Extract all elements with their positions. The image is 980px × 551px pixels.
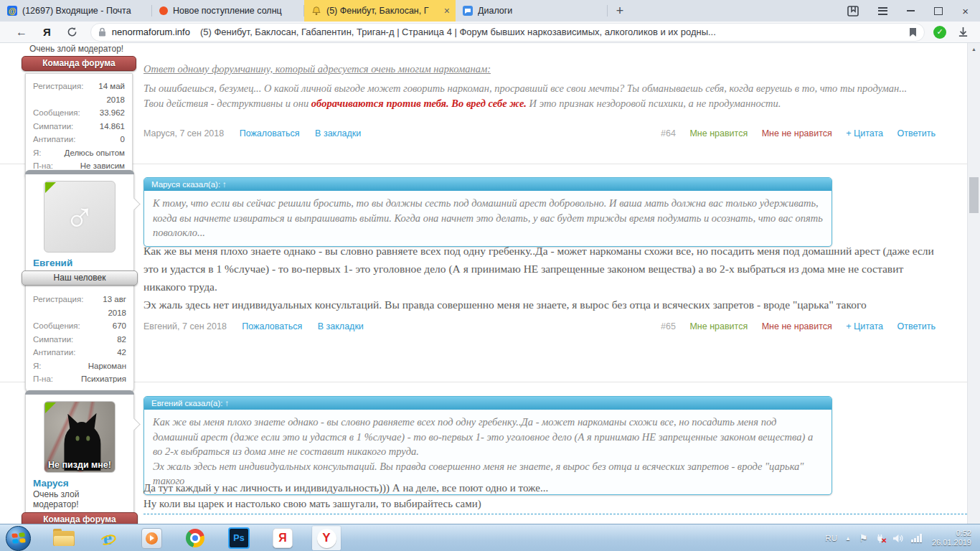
taskbar-apps: e Ps Я Y	[50, 526, 341, 550]
like-link[interactable]: Мне нравится	[689, 128, 748, 138]
volume-icon[interactable]	[892, 534, 903, 543]
internet-explorer-button[interactable]: e	[93, 526, 122, 550]
reply-link[interactable]: Ответить	[897, 128, 936, 138]
male-symbol-icon: ♂	[64, 193, 95, 241]
system-tray: RU ▲ ⚑ ✕ 0:52 26.01.2019	[825, 524, 976, 551]
yandex-icon: Я	[273, 528, 293, 548]
author-date[interactable]: Маруся, 7 сен 2018	[143, 128, 224, 138]
scrollbar-thumb[interactable]	[969, 177, 979, 213]
back-icon[interactable]: ←	[16, 26, 27, 39]
bookmark-icon[interactable]	[909, 27, 917, 37]
quote-link[interactable]: + Цитата	[846, 321, 883, 331]
post-text: Да тут каждый у нас личность и индивидуа…	[143, 480, 548, 512]
card-tail	[127, 418, 140, 430]
stat-label: Сообщения:	[33, 106, 80, 120]
post-number[interactable]: #64	[661, 128, 676, 138]
tab-panel-icon[interactable]	[847, 6, 859, 17]
browser-window: @ (12697) Входящие - Почта Новое поступл…	[0, 0, 980, 551]
post-footer: Маруся, 7 сен 2018 Пожаловаться В заклад…	[143, 128, 940, 138]
menu-icon[interactable]	[878, 7, 887, 15]
avatar-caption: Не пизди мне!	[44, 460, 115, 470]
post-65-user-panel: ♂ Евгений Наш человек Регистрация:13 авг…	[25, 170, 134, 392]
chrome-button[interactable]	[181, 526, 209, 550]
lock-icon	[98, 27, 106, 37]
tab-title: (5) Фенибут, Баклосан, Г	[326, 6, 438, 16]
start-button[interactable]	[6, 526, 31, 551]
jump-to-post-icon[interactable]: ↑	[225, 399, 229, 408]
quote-header: Евгений сказал(а):↑	[144, 397, 831, 410]
protect-check-icon[interactable]: ✓	[933, 26, 946, 39]
post-66: Не пизди мне! Маруся Очень злой модерато…	[0, 382, 980, 524]
quote-text: К тому, что если вы сейчас решили бросит…	[144, 191, 831, 246]
stat-value: 0	[121, 133, 125, 146]
post-64-content: Ответ одному форумчанину, который адресу…	[143, 43, 940, 164]
vertical-scrollbar[interactable]: ▲	[967, 43, 980, 524]
quote-block: Маруся сказал(а):↑ К тому, что если вы с…	[143, 177, 832, 247]
team-badge: Команда форума	[22, 512, 138, 524]
post-text: Ты ошибаешься, безумец... О какой личной…	[143, 81, 907, 111]
bookmarks-link[interactable]: В закладки	[318, 321, 364, 331]
user-avatar[interactable]: ♂	[44, 181, 116, 253]
tray-date: 26.01.2019	[932, 538, 971, 547]
explorer-button[interactable]	[50, 526, 78, 550]
folder-icon	[53, 531, 75, 546]
minimize-icon[interactable]	[907, 10, 915, 11]
tab-mail[interactable]: @ (12697) Входящие - Почта	[0, 0, 151, 22]
red-highlight-text: оборачиваются против тебя. Во вред себе …	[311, 98, 527, 109]
card-top-strip	[25, 390, 134, 395]
username-link[interactable]: Маруся	[26, 476, 133, 489]
reply-link[interactable]: Ответить	[897, 321, 936, 331]
signal-bars-icon[interactable]	[911, 534, 922, 542]
media-player-icon	[141, 528, 162, 549]
tab-dialogs[interactable]: Диалоги	[456, 0, 607, 22]
windows-logo-icon	[11, 532, 25, 543]
tab-shop[interactable]: Новое поступление солнц	[152, 0, 303, 22]
yandex-browser-button[interactable]: Y	[312, 526, 341, 550]
stat-label: Сообщения:	[33, 319, 80, 333]
new-tab-button[interactable]: +	[608, 0, 632, 22]
post-number[interactable]: #65	[661, 321, 676, 331]
reload-icon[interactable]	[67, 27, 77, 37]
tab-bar: @ (12697) Входящие - Почта Новое поступл…	[0, 0, 980, 22]
tab-close-icon[interactable]: ×	[444, 5, 450, 17]
hidden-icons-icon[interactable]: ▲	[845, 535, 851, 542]
media-player-button[interactable]	[137, 526, 166, 550]
username-link[interactable]: Евгений	[26, 255, 133, 269]
scroll-up-icon[interactable]: ▲	[968, 43, 980, 52]
quote-link[interactable]: + Цитата	[846, 128, 883, 138]
no-network-icon[interactable]: ✕	[875, 534, 885, 543]
yandex-app-button[interactable]: Я	[268, 526, 297, 550]
author-date[interactable]: Евгений, 7 сен 2018	[143, 321, 227, 331]
dislike-link[interactable]: Мне не нравится	[762, 128, 832, 138]
post-link-line[interactable]: Ответ одному форумчанину, который адресу…	[143, 63, 491, 75]
online-indicator-icon	[45, 402, 56, 413]
language-indicator[interactable]: RU	[825, 534, 837, 542]
tab-forum-active[interactable]: (5) Фенибут, Баклосан, Г ×	[304, 0, 456, 22]
download-icon[interactable]	[958, 27, 969, 37]
post-64-user-panel: Очень злой модератор! Команда форума Рег…	[25, 44, 133, 179]
stat-value: 42	[117, 346, 126, 359]
stat-value: 14.861	[100, 120, 125, 133]
photoshop-button[interactable]: Ps	[225, 526, 253, 550]
like-link[interactable]: Мне нравится	[689, 321, 748, 331]
taskbar-clock[interactable]: 0:52 26.01.2019	[932, 529, 971, 547]
mail-at-icon: @	[7, 6, 17, 16]
taskbar: e Ps Я Y RU ▲ ⚑ ✕	[0, 524, 980, 551]
stat-value: 670	[113, 319, 126, 333]
user-avatar[interactable]: Не пизди мне!	[44, 401, 116, 473]
post-64: Очень злой модератор! Команда форума Рег…	[0, 43, 980, 164]
post-66-content: Евгений сказал(а):↑ Как же вы меня плохо…	[143, 382, 940, 524]
yandex-home-icon[interactable]: Я	[43, 26, 51, 38]
stat-label: Антипатии:	[33, 346, 75, 359]
report-link[interactable]: Пожаловаться	[242, 321, 302, 331]
bookmarks-link[interactable]: В закладки	[315, 128, 361, 138]
jump-to-post-icon[interactable]: ↑	[222, 180, 227, 189]
close-icon[interactable]: ×	[962, 6, 969, 17]
address-field[interactable]: nenormaforum.info (5) Фенибут, Баклосан,…	[90, 23, 925, 42]
dislike-link[interactable]: Мне не нравится	[762, 321, 832, 331]
action-center-flag-icon[interactable]: ⚑	[859, 532, 868, 544]
tab-title: (12697) Входящие - Почта	[22, 6, 146, 16]
report-link[interactable]: Пожаловаться	[240, 128, 300, 138]
user-custom-title: Очень злой модератор!	[25, 44, 133, 54]
maximize-icon[interactable]	[934, 7, 943, 15]
